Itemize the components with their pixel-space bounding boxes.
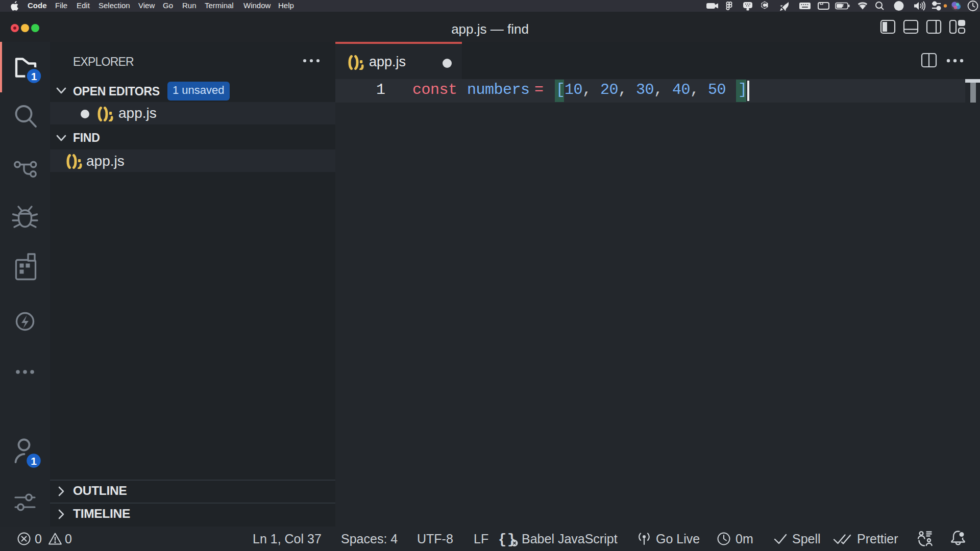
svg-text:{: { [498, 532, 506, 547]
svg-text:1: 1 [31, 455, 37, 467]
svg-text:1: 1 [31, 70, 37, 82]
